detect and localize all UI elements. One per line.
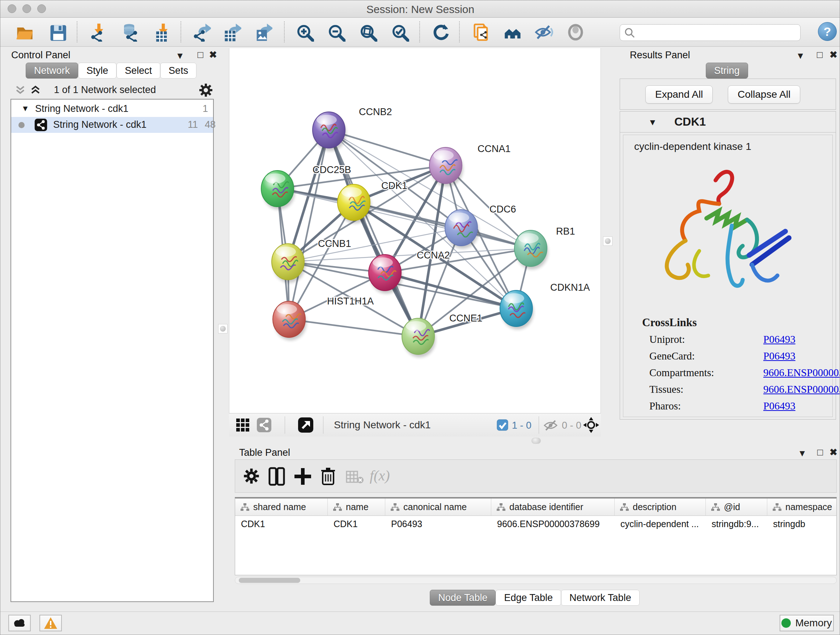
column-header-canonical-name[interactable]: canonical name [385,499,491,516]
fit-selected-crosshair-icon[interactable] [583,417,600,433]
crosslink-link[interactable]: P06493 [763,350,796,362]
clear-table-icon [346,470,365,485]
eye-slash-button[interactable] [534,21,555,43]
help-button[interactable]: ? [818,22,837,41]
table-cell: 9606.ENSP00000378699 [491,516,615,532]
column-header-label: description [633,502,676,512]
node-label-CCNA1: CCNA1 [477,143,511,154]
node-CCNA1[interactable]: CCNA1 [429,143,511,187]
edge-CCNA1-CDC25B[interactable] [278,165,446,188]
splitter-handle[interactable] [531,438,541,444]
network-canvas[interactable]: CCNB2CCNA1CDC25BCDK1CDC6RB1CCNB1CCNA2CDK… [229,48,601,413]
scrollbar-thumb[interactable] [239,578,300,583]
export-image-button[interactable] [254,21,275,43]
gear-icon[interactable] [199,83,213,97]
zoom-out-button[interactable] [327,21,347,43]
crosslink-link[interactable]: P06493 [763,400,796,412]
crosslinks-heading: CrossLinks [642,316,697,329]
table-body: CDK1CDK1P064939606.ENSP00000378699cyclin… [235,516,836,532]
gray-sphere-button[interactable] [566,21,587,43]
delete-column-icon[interactable] [321,467,336,486]
table-horizontal-scrollbar[interactable] [235,577,837,584]
hidden-eye-slash-icon[interactable] [543,419,558,432]
zoom-in-button[interactable] [295,21,316,43]
gene-section-header[interactable]: ▼ CDK1 [620,111,836,133]
selected-checkbox-icon[interactable] [497,419,508,431]
export-table-button[interactable] [223,21,243,43]
right-splitter[interactable] [601,47,615,445]
network-collection-row[interactable]: ▼ String Network - cdk1 1 [11,101,213,117]
import-network-button[interactable] [88,21,109,43]
tab-select[interactable]: Select [117,63,160,79]
collection-expand-icon[interactable]: ▼ [21,104,29,113]
node-table[interactable]: shared name name canonical name database… [235,497,837,575]
grid-view-icon[interactable] [235,418,250,432]
birds-eye-view-icon[interactable] [298,417,314,433]
node-CCNB2[interactable]: CCNB2 [313,106,392,151]
import-database-button[interactable] [120,21,141,43]
crosslink-row: Uniprot:P06493 [649,333,823,345]
crosslink-link[interactable]: P06493 [763,333,796,345]
crosslink-link[interactable]: 9606.ENSP00000378699 [763,383,840,395]
import-table-button[interactable] [152,21,173,43]
close-panel-icon[interactable]: ✖ [209,50,217,60]
splitter-handle[interactable] [603,236,613,246]
node-RB1[interactable]: RB1 [515,226,575,269]
show-columns-icon[interactable] [268,467,285,486]
edge-CCNB2-HIST1H1A[interactable] [289,130,329,319]
section-collapse-icon[interactable]: ▼ [648,117,657,127]
refresh-button[interactable] [431,21,452,43]
collapse-all-button[interactable]: Collapse All [728,86,800,103]
edge-HIST1H1A-CCNE1[interactable] [289,319,418,336]
search-icon [624,27,636,39]
gear-icon[interactable] [243,468,260,485]
memory-button[interactable]: Memory [780,615,834,631]
close-panel-icon[interactable]: ✖ [829,447,837,457]
edge-CCNB2-CCNA1[interactable] [329,130,446,165]
network-row[interactable]: String Network - cdk1 11 48 [11,117,213,133]
open-folder-button[interactable] [15,21,36,43]
column-header-@id[interactable]: @id [706,499,767,516]
collapse-panel-icon[interactable]: ▾ [800,448,805,458]
float-panel-icon[interactable]: □ [817,447,823,457]
string-view-icon[interactable] [256,417,272,432]
search-input[interactable] [638,26,797,39]
float-panel-icon[interactable]: □ [817,50,823,60]
column-header-database-identifier[interactable]: database identifier [491,499,615,516]
zoom-selected-button[interactable] [390,21,411,43]
tab-node-table[interactable]: Node Table [430,590,496,606]
string-network-graph[interactable]: CCNB2CCNA1CDC25BCDK1CDC6RB1CCNB1CCNA2CDK… [229,48,601,413]
close-panel-icon[interactable]: ✖ [829,50,837,60]
horizontal-splitter[interactable] [217,437,615,445]
table-row[interactable]: CDK1CDK1P064939606.ENSP00000378699cyclin… [235,516,836,532]
crosslink-link[interactable]: 9606.ENSP00000378699 [763,367,840,379]
save-floppy-button[interactable] [48,21,69,43]
collapse-panel-icon[interactable]: ▾ [178,50,182,60]
export-network-button[interactable] [192,21,213,43]
collapse-panel-icon[interactable]: ▾ [798,50,803,60]
crosslink-label: GeneCard: [649,350,695,362]
node-CCNE1[interactable]: CCNE1 [402,313,483,357]
node-CDKN1A[interactable]: CDKN1A [500,282,590,329]
duplicate-network-button[interactable] [471,21,493,43]
add-column-icon[interactable] [294,467,312,486]
column-header-namespace[interactable]: namespace [767,499,837,516]
left-splitter[interactable] [217,47,229,445]
expand-all-button[interactable]: Expand All [645,86,713,103]
tab-style[interactable]: Style [78,63,117,79]
cloud-button[interactable] [8,615,31,631]
warning-button[interactable] [39,615,62,631]
column-header-description[interactable]: description [615,499,706,516]
column-header-shared-name[interactable]: shared name [235,499,328,516]
splitter-handle[interactable] [218,324,227,333]
tab-string[interactable]: String [706,63,748,79]
tab-sets[interactable]: Sets [160,63,196,79]
tab-network[interactable]: Network [26,63,78,79]
tab-network-table[interactable]: Network Table [561,590,639,606]
float-panel-icon[interactable]: □ [197,50,203,60]
tab-edge-table[interactable]: Edge Table [496,590,561,606]
houses-button[interactable] [503,21,524,43]
zoom-fit-button[interactable] [358,21,379,43]
gene-description: cyclin-dependent kinase 1 [634,141,752,152]
column-header-name[interactable]: name [328,499,385,516]
